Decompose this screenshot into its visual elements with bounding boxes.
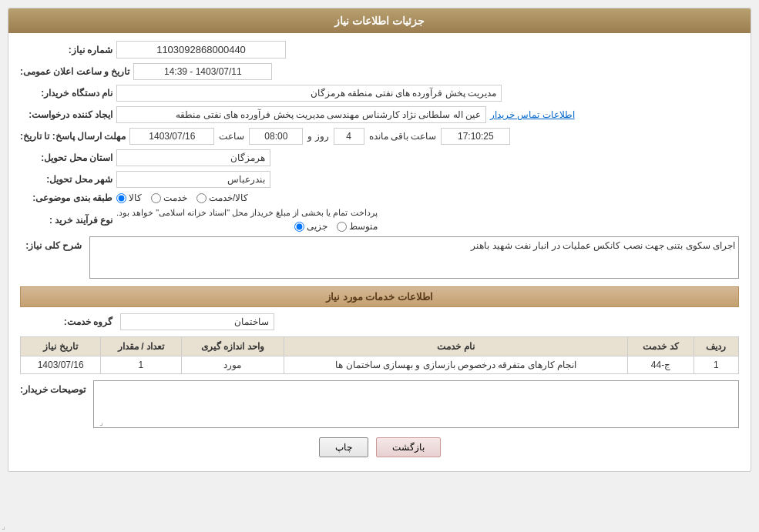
content-area: 1103092868000440 شماره نیاز: 1403/07/11 … bbox=[8, 33, 751, 471]
deadline-label: مهلت ارسال پاسخ: تا تاریخ: bbox=[20, 131, 126, 142]
page-wrapper: جزئیات اطلاعات نیاز 1103092868000440 شما… bbox=[0, 0, 759, 532]
col-date: تاریخ نیاز bbox=[21, 337, 101, 356]
table-header-row: ردیف کد خدمت نام خدمت واحد اندازه گیری ت… bbox=[21, 337, 739, 356]
creator-label: ایجاد کننده درخواست: bbox=[20, 109, 113, 120]
button-row: بازگشت چاپ bbox=[20, 437, 739, 457]
page-title: جزئیات اطلاعات نیاز bbox=[8, 8, 751, 33]
deadline-days: 4 bbox=[334, 128, 364, 145]
kala-khadamat-label: کالا/خدمت bbox=[209, 192, 248, 203]
radio-khadamat: خدمت bbox=[151, 192, 187, 203]
deadline-date: 1403/07/16 bbox=[129, 128, 214, 145]
resize-handle-icon: ⌟ bbox=[2, 522, 5, 530]
cell-qty: 1 bbox=[101, 356, 181, 374]
sharh-container: اجرای سکوی بتنی جهت نصب کانکس عملیات در … bbox=[20, 236, 739, 279]
sharh-text: اجرای سکوی بتنی جهت نصب کانکس عملیات در … bbox=[471, 240, 735, 251]
tawzih-label: توصیحات خریدار: bbox=[20, 380, 86, 395]
city-row: بندرعباس شهر محل تحویل: bbox=[20, 171, 739, 188]
radio-kala-input[interactable] bbox=[116, 193, 126, 203]
creator-row: اطلاعات تماس خریدار عین اله سلطانی نژاد … bbox=[20, 106, 739, 123]
services-section: ردیف کد خدمت نام خدمت واحد اندازه گیری ت… bbox=[20, 336, 739, 374]
name-row: مدیریت پخش فرآورده های نفتی منطقه هرمزگا… bbox=[20, 85, 739, 102]
cell-unit: مورد bbox=[181, 356, 284, 374]
creator-value: عین اله سلطانی نژاد کارشناس مهندسی مدیری… bbox=[116, 106, 486, 123]
radio-kala-khadamat: کالا/خدمت bbox=[196, 192, 248, 203]
services-table: ردیف کد خدمت نام خدمت واحد اندازه گیری ت… bbox=[20, 336, 739, 374]
radio-khadamat-input[interactable] bbox=[151, 193, 161, 203]
remaining-label: ساعت باقی مانده bbox=[369, 131, 437, 142]
type-radio-group: کالا/خدمت خدمت کالا bbox=[116, 192, 248, 203]
table-row: 1 ج-44 انجام کارهای متفرقه درخصوص بازساز… bbox=[21, 356, 739, 374]
tawzih-section: ⌟ توصیحات خریدار: bbox=[20, 380, 739, 428]
col-unit: واحد اندازه گیری bbox=[181, 337, 284, 356]
deadline-row: 17:10:25 ساعت باقی مانده 4 روز و 08:00 س… bbox=[20, 128, 739, 145]
time-row: 17:10:25 ساعت باقی مانده 4 روز و 08:00 س… bbox=[129, 128, 510, 145]
motaset-label: متوسط bbox=[349, 221, 378, 232]
type-row: کالا/خدمت خدمت کالا طبقه بندی موضوعی: bbox=[20, 192, 739, 203]
khadamat-label: خدمت bbox=[163, 192, 187, 203]
table-head: ردیف کد خدمت نام خدمت واحد اندازه گیری ت… bbox=[21, 337, 739, 356]
shomara-row: 1103092868000440 شماره نیاز: bbox=[20, 41, 739, 59]
tawzih-value bbox=[94, 381, 738, 427]
radio-jozvi: جزیی bbox=[294, 221, 327, 232]
date-label: تاریخ و ساعت اعلان عمومی: bbox=[20, 66, 129, 77]
radio-jozvi-input[interactable] bbox=[294, 222, 304, 232]
name-value: مدیریت پخش فرآورده های نفتی منطقه هرمزگا… bbox=[116, 85, 502, 102]
cell-date: 1403/07/16 bbox=[21, 356, 101, 374]
tawzih-resize-icon: ⌟ bbox=[96, 418, 103, 426]
province-label: استان محل تحویل: bbox=[20, 152, 113, 163]
sharh-label: شرح کلی نیاز: bbox=[20, 236, 82, 251]
farayand-radio-group: متوسط جزیی bbox=[294, 221, 378, 232]
shomara-value: 1103092868000440 bbox=[116, 41, 286, 59]
col-code: کد خدمت bbox=[628, 337, 694, 356]
cell-code: ج-44 bbox=[628, 356, 694, 374]
col-qty: تعداد / مقدار bbox=[101, 337, 181, 356]
deadline-day-label: روز و bbox=[307, 131, 328, 142]
radio-motaset: متوسط bbox=[337, 221, 378, 232]
col-name: نام خدمت bbox=[284, 337, 628, 356]
city-value: بندرعباس bbox=[116, 171, 270, 188]
back-button[interactable]: بازگشت bbox=[376, 437, 441, 457]
date-row: 1403/07/11 - 14:39 تاریخ و ساعت اعلان عم… bbox=[20, 63, 739, 80]
city-label: شهر محل تحویل: bbox=[20, 174, 113, 185]
name-label: نام دستگاه خریدار: bbox=[20, 88, 113, 99]
col-radif: ردیف bbox=[694, 337, 738, 356]
deadline-time: 08:00 bbox=[249, 128, 303, 145]
radio-kala-khadamat-input[interactable] bbox=[196, 193, 207, 203]
print-button[interactable]: چاپ bbox=[319, 437, 368, 457]
grouh-row: ساختمان گروه خدمت: bbox=[20, 313, 739, 330]
radio-motaset-input[interactable] bbox=[337, 222, 347, 232]
grouh-value: ساختمان bbox=[120, 313, 274, 330]
farayand-note: پرداخت تمام یا بخشی از مبلغ خریداز محل "… bbox=[116, 208, 378, 218]
grouh-label: گروه خدمت: bbox=[20, 316, 113, 327]
tawzih-box: ⌟ bbox=[93, 380, 739, 428]
deadline-time-label: ساعت bbox=[219, 131, 244, 142]
main-container: جزئیات اطلاعات نیاز 1103092868000440 شما… bbox=[8, 8, 751, 472]
shomara-label: شماره نیاز: bbox=[20, 45, 113, 55]
date-range-value: 1403/07/11 - 14:39 bbox=[133, 63, 272, 80]
jozvi-label: جزیی bbox=[307, 221, 327, 232]
cell-radif: 1 bbox=[694, 356, 738, 374]
radio-kala: کالا bbox=[116, 192, 142, 203]
cell-name: انجام کارهای متفرقه درخصوص بازسازی و بهس… bbox=[284, 356, 628, 374]
province-row: هرمزگان استان محل تحویل: bbox=[20, 149, 739, 166]
creator-link[interactable]: اطلاعات تماس خریدار bbox=[490, 109, 575, 120]
kala-label: کالا bbox=[129, 192, 142, 203]
type-label: طبقه بندی موضوعی: bbox=[20, 192, 113, 203]
province-value: هرمزگان bbox=[116, 149, 270, 166]
sharh-value: اجرای سکوی بتنی جهت نصب کانکس عملیات در … bbox=[89, 236, 739, 279]
farayand-right: پرداخت تمام یا بخشی از مبلغ خریداز محل "… bbox=[116, 208, 378, 232]
services-section-title: اطلاعات خدمات مورد نیاز bbox=[20, 286, 739, 307]
remaining-time: 17:10:25 bbox=[441, 128, 510, 145]
farayand-label: نوع فرآیند خرید : bbox=[20, 215, 113, 226]
table-body: 1 ج-44 انجام کارهای متفرقه درخصوص بازساز… bbox=[21, 356, 739, 374]
farayand-row: پرداخت تمام یا بخشی از مبلغ خریداز محل "… bbox=[20, 208, 739, 232]
